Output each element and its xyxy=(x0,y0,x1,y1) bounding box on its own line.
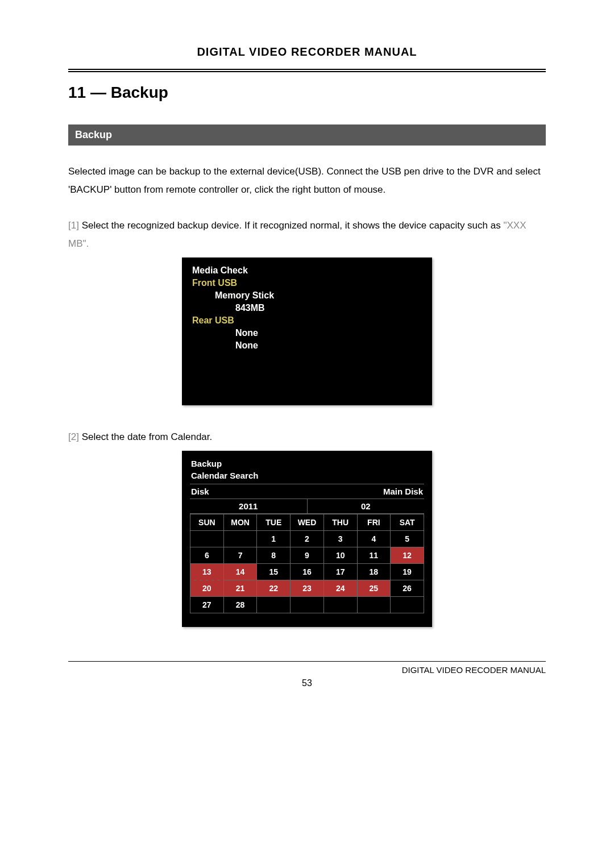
calendar-row: 2728 xyxy=(190,597,424,613)
day-thu: THU xyxy=(323,514,357,531)
media-check-title: Media Check xyxy=(192,265,422,276)
calendar-title-search: Calendar Search xyxy=(191,471,423,480)
calendar-year[interactable]: 2011 xyxy=(190,499,308,513)
calendar-day-empty xyxy=(323,597,357,613)
calendar-day-9[interactable]: 9 xyxy=(291,547,324,564)
calendar-day-1[interactable]: 1 xyxy=(257,531,291,547)
manual-page: DIGITAL VIDEO RECORDER MANUAL 11 — Backu… xyxy=(0,0,614,868)
front-usb-device: Memory Stick xyxy=(192,290,422,301)
calendar-day-2[interactable]: 2 xyxy=(291,531,324,547)
calendar-day-12[interactable]: 12 xyxy=(391,547,424,564)
calendar-day-8[interactable]: 8 xyxy=(257,547,291,564)
calendar-day-empty xyxy=(223,531,257,547)
calendar-day-6[interactable]: 6 xyxy=(190,547,224,564)
calendar-header-row: SUN MON TUE WED THU FRI SAT xyxy=(190,514,424,531)
rear-usb-line2: None xyxy=(192,340,422,351)
calendar-row: 20212223242526 xyxy=(190,580,424,597)
calendar-day-25[interactable]: 25 xyxy=(357,580,391,597)
calendar-day-5[interactable]: 5 xyxy=(391,531,424,547)
calendar-year-month-row: 2011 02 xyxy=(190,499,424,514)
day-wed: WED xyxy=(291,514,324,531)
step-1: [1] Select the recognized backup device.… xyxy=(68,217,546,254)
rear-usb-label: Rear USB xyxy=(192,315,422,326)
calendar-day-10[interactable]: 10 xyxy=(323,547,357,564)
calendar-day-15[interactable]: 15 xyxy=(257,564,291,580)
section-bar-backup: Backup xyxy=(68,124,546,146)
media-check-screenshot: Media Check Front USB Memory Stick 843MB… xyxy=(182,258,432,405)
calendar-day-23[interactable]: 23 xyxy=(291,580,324,597)
day-fri: FRI xyxy=(357,514,391,531)
calendar-day-13[interactable]: 13 xyxy=(190,564,224,580)
calendar-month[interactable]: 02 xyxy=(308,499,425,513)
intro-paragraph: Selected image can be backup to the exte… xyxy=(68,163,546,200)
day-mon: MON xyxy=(223,514,257,531)
calendar-day-28[interactable]: 28 xyxy=(223,597,257,613)
rear-usb-line1: None xyxy=(192,328,422,338)
calendar-row: 6789101112 xyxy=(190,547,424,564)
calendar-day-7[interactable]: 7 xyxy=(223,547,257,564)
page-header-title: DIGITAL VIDEO RECORDER MANUAL xyxy=(68,45,546,59)
calendar-day-18[interactable]: 18 xyxy=(357,564,391,580)
calendar-title-backup: Backup xyxy=(191,459,423,468)
front-usb-capacity: 843MB xyxy=(192,303,422,313)
disk-label: Disk xyxy=(191,487,209,496)
footer-rule xyxy=(68,661,546,662)
calendar-day-24[interactable]: 24 xyxy=(323,580,357,597)
calendar-day-empty xyxy=(257,597,291,613)
calendar-row: 13141516171819 xyxy=(190,564,424,580)
calendar-table: SUN MON TUE WED THU FRI SAT 123456789101… xyxy=(190,514,424,613)
calendar-day-empty xyxy=(190,531,224,547)
calendar-day-empty xyxy=(391,597,424,613)
page-number: 53 xyxy=(68,678,546,688)
calendar-day-27[interactable]: 27 xyxy=(190,597,224,613)
disk-value: Main Disk xyxy=(383,487,423,496)
calendar-day-19[interactable]: 19 xyxy=(391,564,424,580)
calendar-day-17[interactable]: 17 xyxy=(323,564,357,580)
calendar-screenshot: Backup Calendar Search Disk Main Disk 20… xyxy=(182,451,432,627)
calendar-day-empty xyxy=(291,597,324,613)
calendar-day-14[interactable]: 14 xyxy=(223,564,257,580)
calendar-day-21[interactable]: 21 xyxy=(223,580,257,597)
day-sat: SAT xyxy=(391,514,424,531)
day-tue: TUE xyxy=(257,514,291,531)
step-2-text: Select the date from Calendar. xyxy=(82,431,213,442)
calendar-disk-row: Disk Main Disk xyxy=(190,484,424,499)
calendar-day-20[interactable]: 20 xyxy=(190,580,224,597)
step-1-text: Select the recognized backup device. If … xyxy=(82,220,501,231)
calendar-day-4[interactable]: 4 xyxy=(357,531,391,547)
step-2: [2] Select the date from Calendar. xyxy=(68,428,546,446)
step-2-prefix: [2] xyxy=(68,431,79,442)
calendar-day-3[interactable]: 3 xyxy=(323,531,357,547)
calendar-day-11[interactable]: 11 xyxy=(357,547,391,564)
calendar-row: 12345 xyxy=(190,531,424,547)
calendar-day-empty xyxy=(357,597,391,613)
day-sun: SUN xyxy=(190,514,224,531)
calendar-day-26[interactable]: 26 xyxy=(391,580,424,597)
front-usb-label: Front USB xyxy=(192,278,422,288)
calendar-day-16[interactable]: 16 xyxy=(291,564,324,580)
header-rule xyxy=(68,69,546,72)
step-1-prefix: [1] xyxy=(68,220,79,231)
footer-text: DIGITAL VIDEO RECODER MANUAL xyxy=(68,665,546,675)
calendar-day-22[interactable]: 22 xyxy=(257,580,291,597)
chapter-heading: 11 — Backup xyxy=(68,84,546,102)
